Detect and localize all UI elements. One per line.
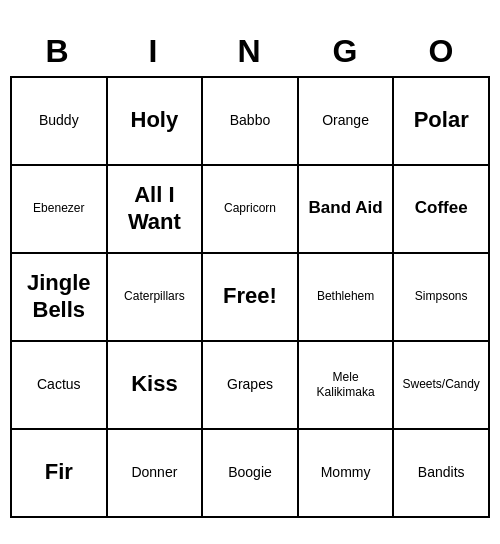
cell-r0-c1[interactable]: Holy (108, 78, 204, 166)
header-letter: I (106, 27, 202, 76)
cell-r4-c4[interactable]: Bandits (394, 430, 490, 518)
cell-r1-c0[interactable]: Ebenezer (12, 166, 108, 254)
cell-r1-c3[interactable]: Band Aid (299, 166, 395, 254)
cell-r0-c0[interactable]: Buddy (12, 78, 108, 166)
cell-r2-c2[interactable]: Free! (203, 254, 299, 342)
cell-r0-c3[interactable]: Orange (299, 78, 395, 166)
cell-r3-c2[interactable]: Grapes (203, 342, 299, 430)
cell-r2-c4[interactable]: Simpsons (394, 254, 490, 342)
cell-r1-c4[interactable]: Coffee (394, 166, 490, 254)
cell-r0-c4[interactable]: Polar (394, 78, 490, 166)
header-letter: O (394, 27, 490, 76)
cell-r4-c2[interactable]: Boogie (203, 430, 299, 518)
bingo-card: BINGO BuddyHolyBabboOrangePolarEbenezerA… (10, 27, 490, 518)
cell-r4-c3[interactable]: Mommy (299, 430, 395, 518)
cell-r3-c1[interactable]: Kiss (108, 342, 204, 430)
cell-r3-c3[interactable]: Mele Kalikimaka (299, 342, 395, 430)
cell-r3-c0[interactable]: Cactus (12, 342, 108, 430)
cell-r2-c1[interactable]: Caterpillars (108, 254, 204, 342)
cell-r0-c2[interactable]: Babbo (203, 78, 299, 166)
cell-r4-c0[interactable]: Fir (12, 430, 108, 518)
cell-r3-c4[interactable]: Sweets/Candy (394, 342, 490, 430)
bingo-header: BINGO (10, 27, 490, 76)
header-letter: B (10, 27, 106, 76)
cell-r2-c3[interactable]: Bethlehem (299, 254, 395, 342)
cell-r2-c0[interactable]: Jingle Bells (12, 254, 108, 342)
header-letter: G (298, 27, 394, 76)
cell-r1-c2[interactable]: Capricorn (203, 166, 299, 254)
cell-r1-c1[interactable]: All I Want (108, 166, 204, 254)
cell-r4-c1[interactable]: Donner (108, 430, 204, 518)
header-letter: N (202, 27, 298, 76)
bingo-grid: BuddyHolyBabboOrangePolarEbenezerAll I W… (10, 76, 490, 518)
